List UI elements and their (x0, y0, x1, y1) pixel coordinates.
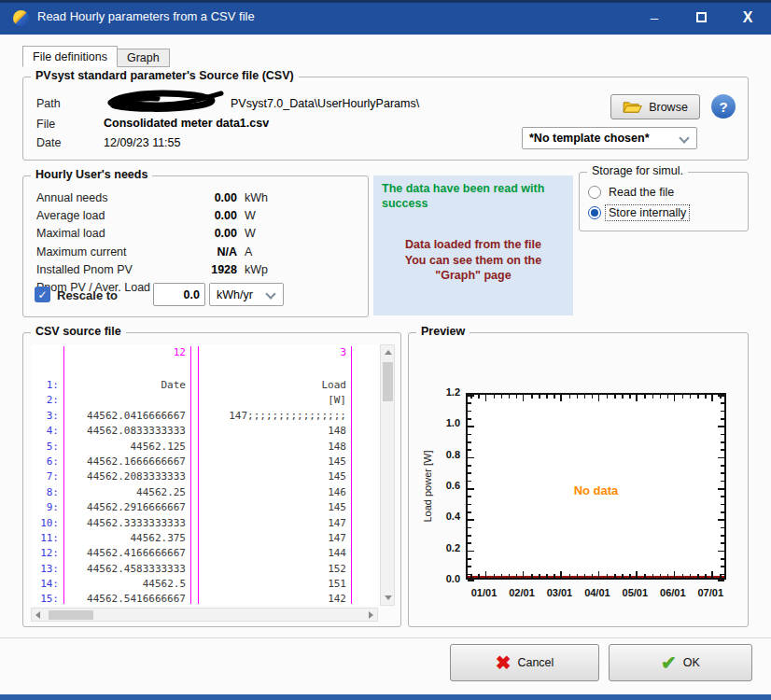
pvsyst-logo-icon (13, 10, 29, 26)
column-marker-line (351, 346, 352, 604)
maximize-box (696, 12, 707, 22)
axis-tick (516, 574, 518, 578)
source-file-group-title: PVsyst standard parameter's Source file … (31, 69, 299, 82)
axis-tick (721, 527, 724, 529)
csv-line-number: 5: (31, 440, 59, 455)
scroll-left-icon[interactable] (35, 611, 40, 619)
axis-tick (509, 574, 511, 578)
axis-tick (721, 449, 724, 451)
axis-tick (468, 418, 471, 420)
csv-row: 12:44562.4166666667144 (31, 546, 378, 561)
ok-check-icon: ✔ (661, 651, 677, 674)
axis-tick (721, 496, 724, 497)
browse-button[interactable]: Browse (610, 94, 700, 119)
axis-tick (539, 574, 540, 578)
axis-tick (711, 571, 713, 578)
csv-line-number: 10: (31, 516, 59, 531)
vertical-scrollbar[interactable] (380, 344, 395, 606)
minimize-icon[interactable]: – (631, 9, 678, 25)
csv-date-cell: 44562.2916666667 (62, 500, 186, 515)
rescale-checkbox[interactable]: ✓ (35, 287, 50, 302)
radio-selected-icon[interactable] (588, 206, 601, 219)
y-tick-label: 0.4 (434, 511, 460, 522)
csv-row: 14:44562.5151 (31, 577, 378, 592)
csv-text-view[interactable]: 12 3 1:DateLoad2:[W]3:44562.041666666714… (31, 344, 378, 606)
axis-tick (622, 574, 624, 578)
axis-tick (485, 571, 487, 578)
help-icon[interactable]: ? (711, 94, 736, 119)
file-value: Consolidated meter data1.csv (104, 117, 269, 130)
horizontal-scroll-thumb[interactable] (49, 610, 93, 620)
maximize-icon[interactable] (678, 9, 724, 25)
cancel-button[interactable]: ✖ Cancel (450, 644, 599, 681)
axis-tick (697, 395, 699, 399)
ok-button[interactable]: ✔ OK (609, 644, 752, 681)
axis-tick (607, 395, 609, 399)
rescale-input[interactable] (153, 283, 205, 306)
axis-tick (468, 465, 471, 467)
needs-row-unit: W (245, 209, 256, 222)
csv-row: 5:44562.125148 (31, 440, 378, 455)
csv-date-cell: Date (62, 378, 186, 393)
axis-tick (705, 395, 707, 399)
tab-graph[interactable]: Graph (117, 49, 170, 67)
axis-tick (622, 395, 624, 399)
axis-tick (721, 558, 724, 560)
y-tick-label: 0.6 (434, 480, 460, 491)
csv-row: 3:44562.0416666667147;;;;;;;;;;;;;;;; (31, 409, 378, 424)
close-icon[interactable]: X (724, 9, 771, 26)
storage-group: Storage for simul. Read the fileStore in… (579, 172, 749, 231)
axis-tick (629, 574, 631, 578)
axis-tick (614, 395, 616, 399)
storage-option[interactable]: Store internally (588, 203, 689, 223)
axis-tick (546, 574, 548, 578)
scroll-right-icon[interactable] (369, 611, 373, 619)
axis-tick (577, 574, 579, 578)
y-tick-label: 0.0 (434, 573, 460, 584)
tab-file-definitions[interactable]: File definitions (22, 46, 118, 67)
browse-label: Browse (649, 101, 688, 114)
status-info-line1: Data loaded from the file (382, 237, 565, 252)
column-marker-line (63, 346, 64, 604)
csv-date-cell: 44562.2083333333 (62, 469, 186, 484)
csv-line-number: 9: (31, 500, 59, 515)
x-tick-label: 02/01 (501, 587, 542, 598)
y-tick-label: 0.8 (434, 449, 460, 460)
storage-option[interactable]: Read the file (588, 182, 689, 203)
rescale-label: Rescale to (57, 288, 118, 302)
template-dropdown[interactable]: *No template chosen* (522, 127, 697, 149)
scroll-up-icon[interactable] (385, 350, 392, 355)
axis-tick (470, 395, 472, 399)
csv-load-cell: 151 (186, 577, 346, 592)
y-tick-label: 1.0 (434, 417, 460, 428)
no-data-label: No data (468, 483, 724, 497)
vertical-scroll-thumb[interactable] (383, 362, 393, 401)
csv-line-number: 2: (31, 393, 59, 408)
horizontal-scrollbar[interactable] (31, 608, 378, 622)
axis-tick (721, 504, 724, 506)
radio-dot (591, 209, 598, 217)
radio-unselected-icon[interactable] (588, 186, 601, 199)
csv-row: 6:44562.1666666667145 (31, 455, 378, 469)
axis-tick (660, 395, 662, 399)
csv-load-cell: 152 (186, 562, 346, 577)
x-tick-label: 07/01 (690, 587, 731, 598)
rescale-unit-dropdown[interactable]: kWh/yr (209, 283, 284, 306)
rescale-unit-value: kWh/yr (217, 288, 253, 301)
axis-tick (721, 566, 724, 567)
needs-row-unit: W (245, 227, 256, 240)
file-label: File (36, 118, 55, 131)
preview-group: Preview Load power [W] No data 0.00.20.4… (408, 332, 749, 627)
axis-tick (509, 395, 511, 399)
axis-tick (592, 395, 594, 399)
axis-tick (721, 542, 724, 544)
axis-tick (468, 504, 471, 506)
axis-tick (598, 395, 600, 401)
title-bar[interactable]: Read Hourly parameters from a CSV file –… (0, 0, 771, 35)
csv-line-number: 13: (31, 562, 59, 577)
scroll-down-icon[interactable] (385, 595, 392, 600)
csv-load-cell: Load (186, 378, 346, 393)
axis-tick (721, 511, 724, 513)
axis-tick (690, 574, 692, 578)
csv-line-number: 1: (31, 378, 59, 393)
